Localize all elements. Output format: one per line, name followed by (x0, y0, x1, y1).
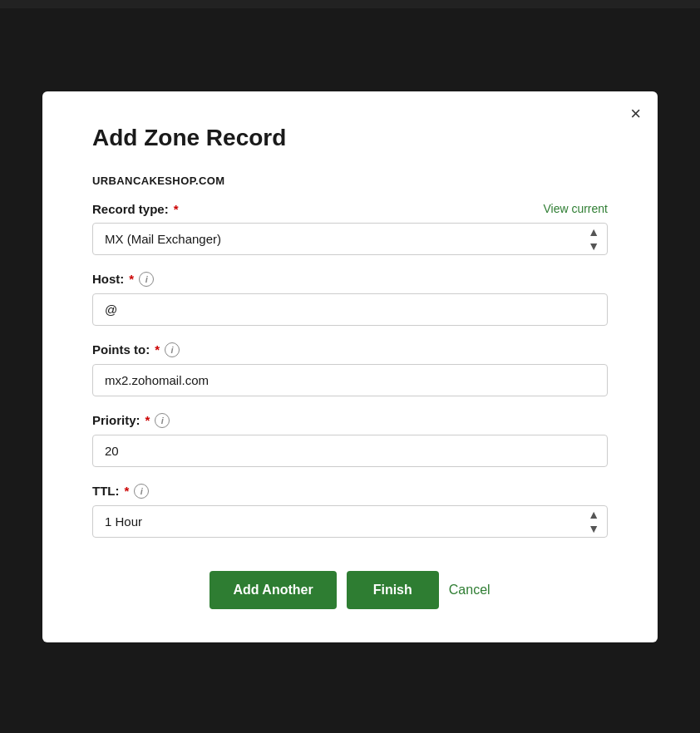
host-info-icon: i (139, 272, 154, 287)
priority-field-group: Priority: * i (92, 413, 608, 467)
points-to-input[interactable] (92, 364, 608, 396)
host-field-group: Host: * i (92, 272, 608, 326)
points-to-field-group: Points to: * i (92, 342, 608, 396)
ttl-info-icon: i (134, 484, 149, 499)
view-current-link[interactable]: View current (543, 202, 608, 215)
priority-required: * (145, 413, 150, 427)
priority-input[interactable] (92, 435, 608, 467)
record-type-required: * (174, 202, 179, 216)
priority-label-text: Priority: (92, 413, 140, 427)
modal-overlay: × Add Zone Record URBANCAKESHOP.COM Reco… (0, 0, 700, 733)
modal-title: Add Zone Record (92, 125, 608, 151)
points-to-label-text: Points to: (92, 342, 150, 357)
modal-container: × Add Zone Record URBANCAKESHOP.COM Reco… (42, 91, 658, 642)
cancel-button[interactable]: Cancel (449, 583, 490, 598)
host-label-text: Host: (92, 272, 124, 286)
finish-button[interactable]: Finish (347, 571, 439, 609)
close-button[interactable]: × (630, 105, 641, 123)
points-to-label: Points to: * i (92, 342, 608, 357)
points-to-info-icon: i (165, 342, 180, 357)
host-required: * (129, 272, 134, 286)
ttl-select[interactable]: 1 Minute 5 Minutes 30 Minutes 1 Hour 6 H… (92, 505, 608, 538)
add-another-button[interactable]: Add Another (210, 571, 336, 609)
record-type-label: Record type: * (92, 202, 608, 216)
record-type-label-text: Record type: (92, 202, 169, 216)
priority-label: Priority: * i (92, 413, 608, 428)
domain-label: URBANCAKESHOP.COM (92, 175, 608, 187)
ttl-select-wrapper: 1 Minute 5 Minutes 30 Minutes 1 Hour 6 H… (92, 505, 608, 538)
top-bar (0, 0, 700, 8)
record-type-select-wrapper: A (Address) AAAA (IPv6 Address) CNAME (A… (92, 223, 608, 255)
record-type-select[interactable]: A (Address) AAAA (IPv6 Address) CNAME (A… (92, 223, 608, 255)
host-label: Host: * i (92, 272, 608, 287)
ttl-required: * (124, 484, 129, 498)
points-to-required: * (155, 342, 160, 357)
ttl-field-group: TTL: * i 1 Minute 5 Minutes 30 Minutes 1… (92, 484, 608, 538)
actions-bar: Add Another Finish Cancel (92, 571, 608, 609)
record-type-field-group: Record type: * View current A (Address) … (92, 202, 608, 255)
ttl-label: TTL: * i (92, 484, 608, 499)
priority-info-icon: i (155, 413, 170, 428)
ttl-label-text: TTL: (92, 484, 119, 498)
host-input[interactable] (92, 293, 608, 326)
